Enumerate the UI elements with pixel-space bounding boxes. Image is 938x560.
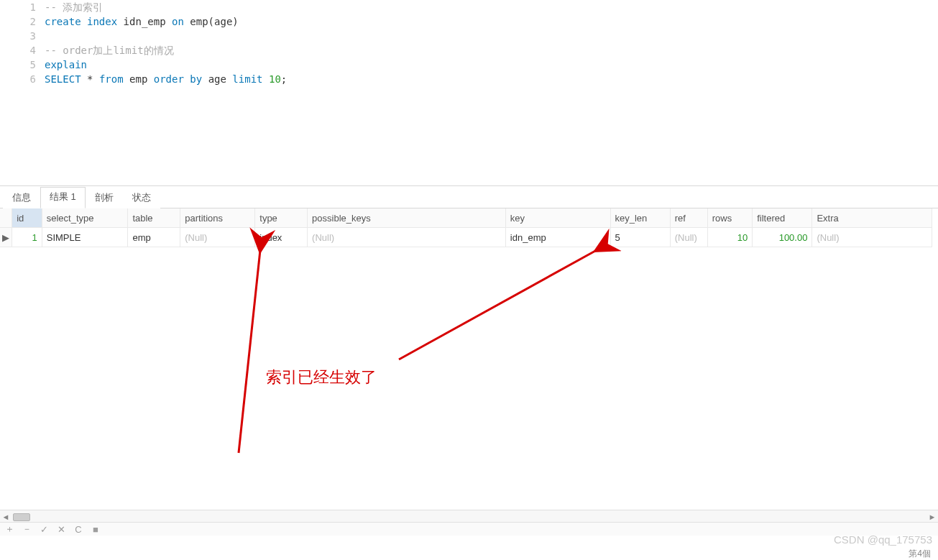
result-pane: idselect_typetablepartitionstypepossible…	[0, 208, 938, 536]
code-line[interactable]: create index idn_emp on emp(age)	[45, 14, 239, 29]
refresh-button[interactable]: C	[73, 524, 83, 535]
col-ref[interactable]: ref	[670, 208, 707, 228]
code-line[interactable]: SELECT * from emp order by age limit 10;	[45, 72, 287, 86]
cell-rows[interactable]: 10	[707, 228, 752, 247]
col-filtered[interactable]: filtered	[753, 208, 812, 228]
record-counter: 第4個	[909, 548, 931, 560]
cell-possible_keys[interactable]: (Null)	[308, 228, 506, 247]
cell-type[interactable]: index	[255, 228, 308, 247]
sql-editor[interactable]: 1-- 添加索引2create index idn_emp on emp(age…	[0, 0, 938, 186]
col-key[interactable]: key	[505, 208, 610, 228]
table-row[interactable]: ▶1SIMPLEemp(Null)index(Null)idn_emp5(Nul…	[0, 228, 932, 247]
tab-信息[interactable]: 信息	[3, 188, 40, 208]
scroll-right-icon[interactable]: ►	[926, 511, 938, 523]
code-line[interactable]: -- 添加索引	[45, 0, 103, 14]
cell-filtered[interactable]: 100.00	[753, 228, 812, 247]
add-row-button[interactable]: ＋	[4, 523, 14, 536]
line-number: 3	[0, 29, 45, 43]
horizontal-scrollbar[interactable]: ◄ ►	[0, 510, 938, 523]
col-partitions[interactable]: partitions	[180, 208, 255, 228]
scroll-left-icon[interactable]: ◄	[0, 511, 12, 523]
svg-line-1	[399, 250, 597, 359]
delete-row-button[interactable]: －	[22, 523, 32, 536]
code-line[interactable]: -- order加上limit的情况	[45, 43, 174, 58]
cell-select_type[interactable]: SIMPLE	[42, 228, 128, 247]
result-toolbar: ＋－✓✕C■	[0, 522, 938, 536]
scroollbar-track[interactable]	[12, 511, 926, 523]
col-table[interactable]: table	[128, 208, 180, 228]
line-number: 1	[0, 0, 45, 14]
apply-button[interactable]: ✓	[39, 524, 49, 535]
row-indicator: ▶	[0, 228, 12, 247]
col-type[interactable]: type	[255, 208, 308, 228]
tab-结果 1[interactable]: 结果 1	[40, 187, 86, 208]
cancel-button[interactable]: ✕	[56, 524, 66, 535]
cell-Extra[interactable]: (Null)	[812, 228, 932, 247]
col-rows[interactable]: rows	[707, 208, 752, 228]
col-key_len[interactable]: key_len	[610, 208, 670, 228]
col-Extra[interactable]: Extra	[812, 208, 932, 228]
col-possible_keys[interactable]: possible_keys	[308, 208, 506, 228]
line-number: 6	[0, 72, 45, 86]
tab-剖析[interactable]: 剖析	[86, 188, 123, 208]
tab-状态[interactable]: 状态	[123, 188, 160, 208]
cell-id[interactable]: 1	[12, 228, 42, 247]
cell-key_len[interactable]: 5	[610, 228, 670, 247]
result-tabs: 信息结果 1剖析状态	[0, 186, 938, 208]
cell-table[interactable]: emp	[128, 228, 180, 247]
svg-line-0	[239, 250, 260, 453]
line-number: 2	[0, 14, 45, 29]
cell-partitions[interactable]: (Null)	[180, 228, 255, 247]
annotation-text: 索引已经生效了	[266, 367, 377, 388]
cell-key[interactable]: idn_emp	[505, 228, 610, 247]
scrollbar-thumb[interactable]	[13, 513, 30, 521]
col-id[interactable]: id	[12, 208, 42, 228]
watermark: CSDN @qq_175753	[834, 533, 932, 546]
result-table[interactable]: idselect_typetablepartitionstypepossible…	[0, 208, 932, 247]
stop-button[interactable]: ■	[91, 524, 101, 535]
cell-ref[interactable]: (Null)	[670, 228, 707, 247]
line-number: 4	[0, 43, 45, 58]
code-line[interactable]: explain	[45, 58, 87, 72]
annotation-overlay	[0, 208, 938, 536]
line-number: 5	[0, 58, 45, 72]
col-select_type[interactable]: select_type	[42, 208, 128, 228]
